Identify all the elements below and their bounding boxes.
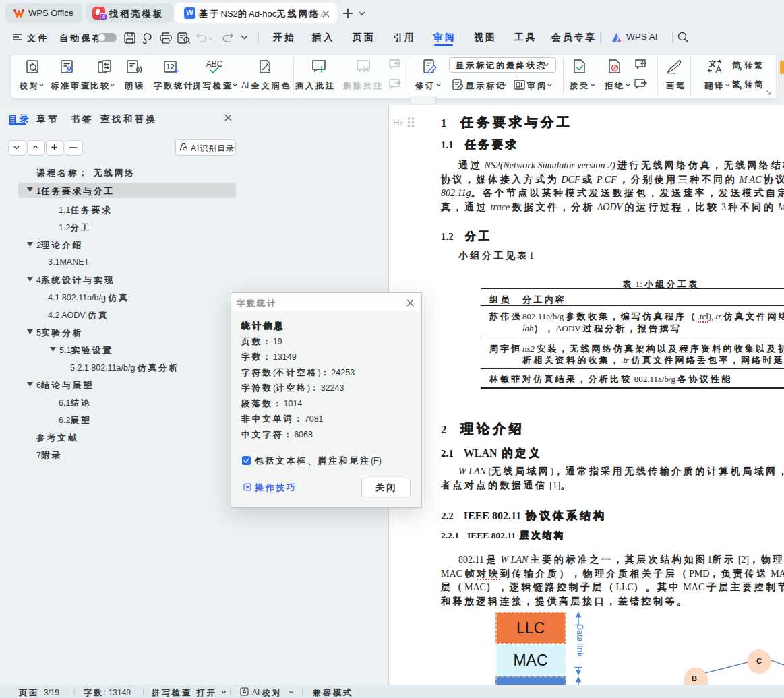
- svg-text:LLC: LLC: [516, 619, 545, 637]
- svg-text:12: 12: [166, 63, 174, 71]
- svg-text:ABC: ABC: [206, 59, 223, 69]
- svg-text:MAC: MAC: [513, 652, 547, 669]
